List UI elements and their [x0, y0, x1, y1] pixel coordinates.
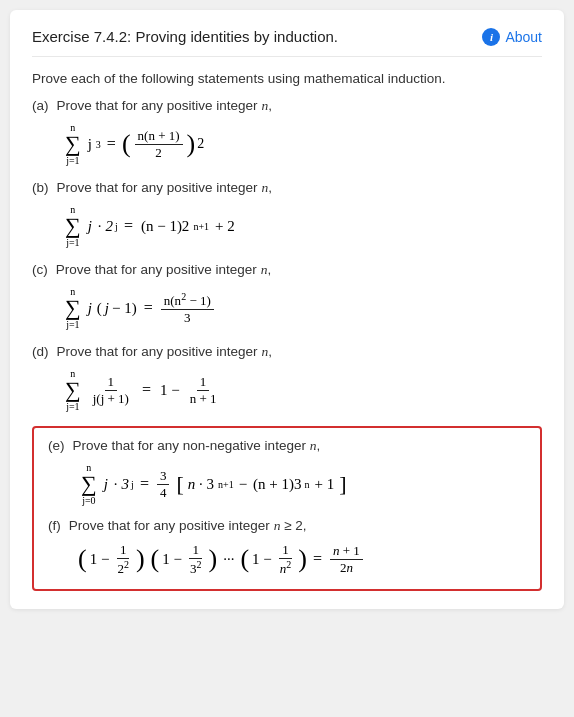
part-b-text: Prove that for any positive integer n, — [57, 180, 272, 196]
part-d-label: (d) — [32, 344, 49, 359]
about-button[interactable]: i About — [482, 28, 542, 46]
part-d-text: Prove that for any positive integer n, — [57, 344, 272, 360]
part-e-label: (e) — [48, 438, 65, 453]
exercise-title: Exercise 7.4.2: Proving identities by in… — [32, 28, 472, 45]
part-e-text: Prove that for any non-negative integer … — [73, 438, 321, 454]
part-b-label: (b) — [32, 180, 49, 195]
part-a: (a) Prove that for any positive integer … — [32, 98, 542, 166]
part-c: (c) Prove that for any positive integer … — [32, 262, 542, 330]
part-c-formula: n ∑ j=1 j ( j − 1) = n(n2 − 1) 3 — [62, 286, 542, 330]
main-card: Exercise 7.4.2: Proving identities by in… — [10, 10, 564, 609]
part-a-label: (a) — [32, 98, 49, 113]
part-f-label: (f) — [48, 518, 61, 533]
intro-text: Prove each of the following statements u… — [32, 71, 542, 86]
part-a-text: Prove that for any positive integer n, — [57, 98, 272, 114]
about-label: About — [505, 29, 542, 45]
part-b-formula: n ∑ j=1 j · 2 j = (n − 1)2 n+1 + 2 — [62, 204, 542, 248]
part-e: (e) Prove that for any non-negative inte… — [48, 438, 526, 506]
part-f-formula: ( 1 − 1 22 ) ( 1 − 1 32 ) ··· ( — [78, 542, 526, 577]
part-a-formula: n ∑ j=1 j 3 = ( n(n + 1) 2 ) 2 — [62, 122, 542, 166]
part-e-formula: n ∑ j=0 j · 3 j = 3 4 [ n · 3 n+1 — [78, 462, 526, 506]
part-b: (b) Prove that for any positive integer … — [32, 180, 542, 248]
part-c-label: (c) — [32, 262, 48, 277]
part-d: (d) Prove that for any positive integer … — [32, 344, 542, 412]
info-icon: i — [482, 28, 500, 46]
part-f-text: Prove that for any positive integer n ≥ … — [69, 518, 307, 534]
part-c-text: Prove that for any positive integer n, — [56, 262, 271, 278]
part-f: (f) Prove that for any positive integer … — [48, 518, 526, 577]
card-header: Exercise 7.4.2: Proving identities by in… — [32, 28, 542, 57]
highlighted-section: (e) Prove that for any non-negative inte… — [32, 426, 542, 591]
part-d-formula: n ∑ j=1 1 j(j + 1) = 1 − 1 n + 1 — [62, 368, 542, 412]
